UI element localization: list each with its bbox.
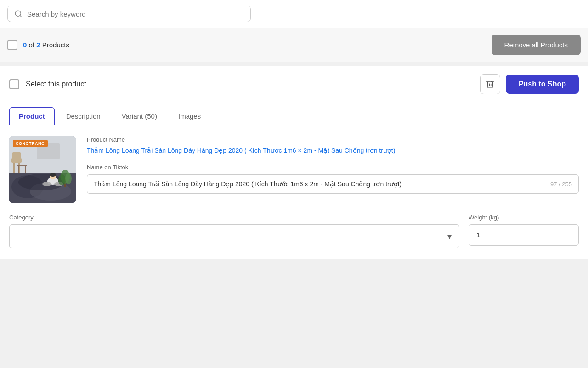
count-bar: 0 of 2 Products Remove all Products: [0, 28, 588, 62]
svg-rect-14: [18, 166, 19, 173]
tab-images[interactable]: Images: [169, 107, 210, 125]
product-image: CONGTRANG: [9, 136, 76, 203]
chevron-down-icon: ▾: [447, 231, 452, 242]
product-card: Select this product Push to Shop Product…: [0, 62, 588, 259]
svg-rect-13: [17, 165, 27, 166]
svg-point-18: [50, 173, 56, 177]
product-image-placeholder: CONGTRANG: [9, 136, 76, 203]
count-of-label: of: [29, 41, 37, 49]
trash-icon: [486, 80, 495, 89]
svg-point-23: [58, 174, 66, 185]
weight-input[interactable]: [469, 224, 579, 246]
product-name-label: Product Name: [87, 136, 579, 143]
svg-line-1: [20, 15, 21, 17]
search-input[interactable]: [27, 10, 244, 18]
weight-label: Weight (kg): [469, 214, 579, 221]
svg-rect-12: [12, 152, 21, 159]
tab-description[interactable]: Description: [57, 107, 110, 125]
product-name-link[interactable]: Thảm Lông Loang Trải Sàn Lông Dày Hàng Đ…: [87, 146, 579, 155]
products-word: Products: [42, 41, 69, 49]
card-header: Select this product Push to Shop: [0, 66, 588, 101]
push-to-shop-button[interactable]: Push to Shop: [506, 75, 579, 94]
search-wrapper: [7, 6, 251, 22]
select-all-checkbox[interactable]: [7, 40, 17, 50]
delete-button[interactable]: [480, 74, 500, 94]
product-checkbox[interactable]: [9, 79, 19, 89]
tab-product[interactable]: Product: [9, 107, 55, 125]
category-field-group: Category ▾: [9, 214, 459, 248]
char-count: 97 / 255: [550, 181, 572, 188]
card-header-left: Select this product: [9, 79, 86, 89]
category-label: Category: [9, 214, 459, 221]
search-icon: [14, 10, 23, 18]
bottom-fields: Category ▾ Weight (kg): [0, 214, 588, 259]
tiktok-name-label: Name on Tiktok: [87, 164, 579, 171]
select-product-label: Select this product: [26, 80, 86, 88]
product-details: Product Name Thảm Lông Loang Trải Sàn Lô…: [87, 136, 579, 203]
tab-variant[interactable]: Variant (50): [112, 107, 167, 125]
brand-badge: CONGTRANG: [13, 140, 48, 147]
selected-count: 0: [23, 41, 27, 49]
tiktok-name-text: Thảm Lông Loang Trải Sàn Lông Dày Hàng Đ…: [94, 180, 546, 188]
category-select[interactable]: ▾: [9, 224, 459, 248]
product-content: CONGTRANG: [0, 125, 588, 214]
count-bar-left: 0 of 2 Products: [7, 40, 69, 50]
svg-rect-15: [25, 166, 26, 173]
tiktok-name-field[interactable]: Thảm Lông Loang Trải Sàn Lông Dày Hàng Đ…: [87, 174, 579, 194]
search-bar-section: [0, 0, 588, 28]
svg-point-24: [65, 173, 72, 184]
total-count: 2: [36, 41, 40, 49]
remove-all-button[interactable]: Remove all Products: [492, 34, 581, 55]
product-tabs: Product Description Variant (50) Images: [0, 101, 588, 125]
svg-rect-9: [13, 161, 15, 173]
product-count-text: 0 of 2 Products: [23, 41, 69, 49]
card-header-right: Push to Shop: [480, 74, 579, 94]
weight-field-group: Weight (kg): [469, 214, 579, 248]
svg-point-20: [42, 182, 51, 186]
